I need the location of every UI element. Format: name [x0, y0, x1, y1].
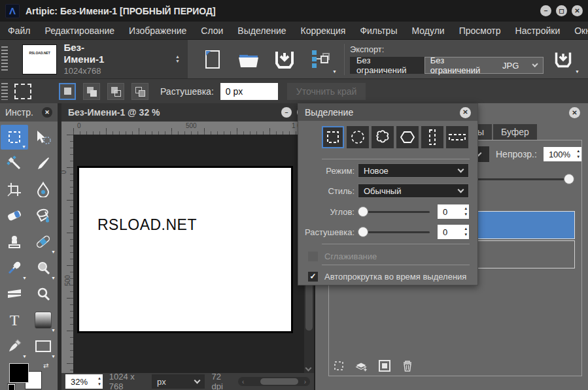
hruler-0: 0: [77, 122, 81, 129]
antialias-checkbox[interactable]: [308, 252, 318, 261]
maximize-button[interactable]: ◻: [556, 5, 567, 16]
tool-blur-sharpen[interactable]: ▼: [29, 255, 58, 281]
export-format-dropdown[interactable]: Без ограничений JPG: [424, 57, 544, 74]
horizontal-scrollbar[interactable]: ‹ ›: [238, 377, 310, 386]
tool-crop[interactable]: [0, 176, 29, 203]
toolbar-divider: [344, 44, 345, 75]
tool-magic-wand[interactable]: [0, 150, 29, 176]
toolbar-grip[interactable]: [1, 46, 8, 73]
scroll-right-icon[interactable]: ›: [304, 379, 306, 385]
arrange-compare-icon[interactable]: ▼: [309, 46, 333, 73]
foreground-color-swatch[interactable]: [9, 363, 29, 383]
shape-single-row-button[interactable]: [446, 126, 468, 148]
scroll-down-icon[interactable]: [305, 365, 312, 372]
antialias-label: Сглаживание: [324, 252, 377, 261]
opacity-input[interactable]: [544, 147, 581, 161]
units-dropdown[interactable]: px: [152, 374, 205, 389]
canvas-area[interactable]: RSLOAD.NET: [73, 135, 304, 373]
delete-layer-trash-icon[interactable]: [401, 359, 414, 372]
tool-paint-bucket[interactable]: [29, 203, 58, 229]
mode-label: Режим:: [298, 166, 355, 176]
shape-ellipse-button[interactable]: [347, 126, 369, 148]
canvas-dimensions: 1024 x 768: [109, 372, 145, 390]
shape-freeform-button[interactable]: [372, 126, 394, 148]
new-layer-icon[interactable]: [355, 359, 368, 372]
horizontal-scrollbar-thumb[interactable]: [260, 378, 298, 385]
menu-layers[interactable]: Слои: [201, 25, 223, 36]
corners-slider-thumb[interactable]: [358, 206, 368, 217]
menu-edit[interactable]: Редактирование: [44, 25, 114, 36]
opacity-spinbox[interactable]: ▴▾: [544, 147, 581, 161]
default-colors-icon[interactable]: [8, 384, 15, 390]
tool-zoom[interactable]: [29, 281, 58, 307]
tools-panel-close-icon[interactable]: ✕: [42, 107, 52, 118]
tool-shape[interactable]: ▼: [29, 333, 58, 359]
tab-buffer[interactable]: Буфер: [493, 124, 537, 140]
refine-edge-button[interactable]: Уточнить край: [287, 83, 366, 100]
menu-correction[interactable]: Коррекция: [301, 25, 346, 36]
mode-intersect-selection-button[interactable]: [131, 83, 148, 100]
selection-indicator-icon[interactable]: [332, 359, 345, 372]
document-switcher-spinner[interactable]: ▲▼: [175, 55, 180, 63]
shape-rectangle-button[interactable]: [322, 126, 344, 148]
feather-slider[interactable]: [358, 227, 430, 237]
menu-windows[interactable]: Окна: [574, 25, 588, 36]
mode-new-selection-button[interactable]: [59, 83, 76, 100]
tool-rect-select[interactable]: ▼: [1, 125, 28, 150]
menu-view[interactable]: Просмотр: [459, 25, 501, 36]
mode-subtract-selection-button[interactable]: [107, 83, 124, 100]
selection-dialog-titlebar[interactable]: Выделение ✕: [298, 104, 477, 121]
mode-dropdown[interactable]: Новое: [358, 163, 469, 178]
tool-transform[interactable]: [0, 281, 29, 307]
canvas-minimize-button[interactable]: –: [281, 107, 292, 118]
swap-colors-icon[interactable]: ⇄: [43, 362, 48, 369]
style-dropdown[interactable]: Обычный: [358, 184, 469, 198]
menu-file[interactable]: Файл: [8, 25, 30, 36]
minimize-button[interactable]: –: [540, 5, 551, 16]
color-swatches[interactable]: ⇄: [0, 362, 58, 390]
mode-add-selection-button[interactable]: [83, 83, 100, 100]
document-canvas[interactable]: RSLOAD.NET: [77, 166, 293, 333]
open-folder-icon[interactable]: [236, 46, 260, 73]
opacity-slider-thumb[interactable]: [564, 174, 574, 184]
corners-spinbox[interactable]: ▴▾: [438, 204, 469, 219]
close-button[interactable]: ✕: [572, 5, 583, 16]
shape-single-column-button[interactable]: [421, 126, 443, 148]
document-thumbnail[interactable]: RSLOAD.NET: [22, 44, 58, 74]
corners-slider[interactable]: [358, 206, 430, 217]
tools-panel-header[interactable]: Инстр. ✕: [0, 103, 58, 122]
canvas-window-titlebar[interactable]: Без-Имени-1 @ 32 % – ◻: [61, 103, 314, 122]
zoom-input[interactable]: [65, 374, 103, 389]
tool-healing-brush[interactable]: ▼: [29, 229, 58, 255]
tool-move[interactable]: [29, 124, 58, 150]
scroll-left-icon[interactable]: ‹: [242, 379, 244, 385]
zoom-spinbox[interactable]: ▴▾: [65, 374, 103, 389]
feather-slider-thumb[interactable]: [358, 227, 368, 237]
menu-selection[interactable]: Выделение: [237, 25, 286, 36]
menu-image[interactable]: Изображение: [129, 25, 186, 36]
export-save-icon[interactable]: ▼: [551, 46, 576, 73]
menu-modules[interactable]: Модули: [411, 25, 444, 36]
autoscroll-checkbox[interactable]: ✓: [308, 272, 318, 282]
feather-input[interactable]: [220, 83, 278, 100]
layer-frame-icon[interactable]: [378, 359, 391, 372]
toolbar-icon-strip: ▼ Экспорт: Без ограничений Без ограничен…: [188, 40, 588, 78]
tool-water-drop[interactable]: [29, 176, 58, 203]
tool-eyedropper[interactable]: ▼: [0, 255, 29, 281]
right-panel-close-icon[interactable]: ✕: [569, 107, 580, 118]
new-document-icon[interactable]: [200, 46, 224, 73]
options-grip[interactable]: [1, 83, 8, 100]
menu-filters[interactable]: Фильтры: [360, 25, 397, 36]
selection-dialog-close-icon[interactable]: ✕: [460, 107, 471, 118]
tool-eraser[interactable]: [0, 203, 29, 229]
tool-gradient[interactable]: ▼: [29, 307, 58, 333]
tool-pen[interactable]: ▼: [0, 333, 29, 359]
shape-polygon-button[interactable]: [396, 126, 419, 148]
tool-brush[interactable]: [29, 150, 58, 176]
tool-text[interactable]: T: [0, 307, 29, 333]
menu-settings[interactable]: Настройки: [515, 25, 561, 36]
save-icon[interactable]: [273, 46, 297, 73]
feather-spinbox[interactable]: ▴▾: [438, 225, 469, 239]
export-preset-field[interactable]: Без ограничений: [350, 57, 424, 74]
tool-clone-stamp[interactable]: [0, 229, 29, 255]
